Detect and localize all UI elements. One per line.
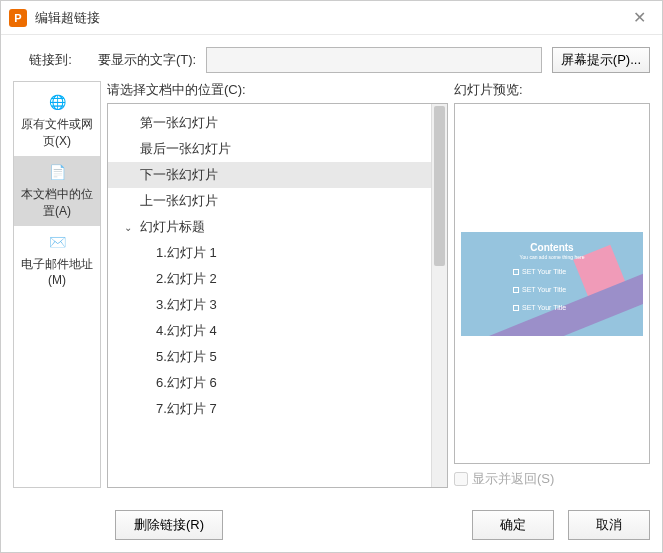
sidebar-icon: ✉️ — [47, 232, 67, 252]
tree-item[interactable]: 第一张幻灯片 — [108, 110, 431, 136]
sidebar-icon: 📄 — [47, 162, 67, 182]
sidebar-icon: 🌐 — [47, 92, 67, 112]
location-column: 请选择文档中的位置(C): 第一张幻灯片最后一张幻灯片下一张幻灯片上一张幻灯片⌄… — [107, 81, 448, 488]
tree-item-label: 最后一张幻灯片 — [140, 141, 231, 156]
titlebar: P 编辑超链接 ✕ — [1, 1, 662, 35]
main-row: 🌐原有文件或网页(X)📄本文档中的位置(A)✉️电子邮件地址(M) 请选择文档中… — [13, 81, 650, 488]
tree-item[interactable]: 上一张幻灯片 — [108, 188, 431, 214]
slide-bullet: SET Your Title — [513, 304, 566, 311]
tree-item[interactable]: 3.幻灯片 3 — [108, 292, 431, 318]
close-icon[interactable]: ✕ — [625, 4, 654, 31]
top-row: 链接到: 要显示的文字(T): 屏幕提示(P)... — [13, 47, 650, 73]
sidebar-item-2[interactable]: ✉️电子邮件地址(M) — [14, 226, 100, 293]
location-label: 请选择文档中的位置(C): — [107, 81, 448, 99]
chevron-down-icon[interactable]: ⌄ — [124, 222, 134, 233]
app-icon: P — [9, 9, 27, 27]
show-return-label: 显示并返回(S) — [472, 470, 554, 488]
preview-label: 幻灯片预览: — [454, 81, 650, 99]
slide-subtitle: You can add some thing here — [461, 254, 643, 260]
tree-item[interactable]: 最后一张幻灯片 — [108, 136, 431, 162]
slide-title: Contents — [461, 242, 643, 253]
sidebar-item-1[interactable]: 📄本文档中的位置(A) — [14, 156, 100, 226]
tree-item[interactable]: 1.幻灯片 1 — [108, 240, 431, 266]
display-text-input[interactable] — [206, 47, 542, 73]
tree-item-label: 3.幻灯片 3 — [156, 297, 217, 312]
link-to-label: 链接到: — [13, 51, 88, 69]
tree-item[interactable]: 4.幻灯片 4 — [108, 318, 431, 344]
tree-item-label: 5.幻灯片 5 — [156, 349, 217, 364]
dialog-content: 链接到: 要显示的文字(T): 屏幕提示(P)... 🌐原有文件或网页(X)📄本… — [1, 35, 662, 500]
tree-item-label: 幻灯片标题 — [140, 219, 205, 234]
tree-item-label: 第一张幻灯片 — [140, 115, 218, 130]
remove-link-button[interactable]: 删除链接(R) — [115, 510, 223, 540]
tree-item[interactable]: 2.幻灯片 2 — [108, 266, 431, 292]
tree-item-label: 下一张幻灯片 — [140, 167, 218, 182]
dialog-title: 编辑超链接 — [35, 9, 625, 27]
tree-item-label: 4.幻灯片 4 — [156, 323, 217, 338]
slide-bullet: SET Your Title — [513, 286, 566, 293]
sidebar-item-label: 电子邮件地址(M) — [18, 256, 96, 287]
tree-item[interactable]: 7.幻灯片 7 — [108, 396, 431, 422]
tree-item-label: 上一张幻灯片 — [140, 193, 218, 208]
show-return-row: 显示并返回(S) — [454, 470, 650, 488]
ok-button[interactable]: 确定 — [472, 510, 554, 540]
scrollbar-thumb[interactable] — [434, 106, 445, 266]
slide-thumbnail: Contents You can add some thing here SET… — [461, 232, 643, 336]
tree-item-label: 2.幻灯片 2 — [156, 271, 217, 286]
show-return-checkbox — [454, 472, 468, 486]
screen-tip-button[interactable]: 屏幕提示(P)... — [552, 47, 650, 73]
tree-item[interactable]: ⌄幻灯片标题 — [108, 214, 431, 240]
tree-item[interactable]: 5.幻灯片 5 — [108, 344, 431, 370]
tree-item-label: 6.幻灯片 6 — [156, 375, 217, 390]
cancel-button[interactable]: 取消 — [568, 510, 650, 540]
tree-item[interactable]: 6.幻灯片 6 — [108, 370, 431, 396]
tree-item[interactable]: 下一张幻灯片 — [108, 162, 431, 188]
edit-hyperlink-dialog: P 编辑超链接 ✕ 链接到: 要显示的文字(T): 屏幕提示(P)... 🌐原有… — [0, 0, 663, 553]
preview-column: 幻灯片预览: Contents You can add some thing h… — [454, 81, 650, 488]
slide-bullet: SET Your Title — [513, 268, 566, 275]
sidebar-item-label: 本文档中的位置(A) — [18, 186, 96, 220]
preview-box: Contents You can add some thing here SET… — [454, 103, 650, 464]
link-type-sidebar: 🌐原有文件或网页(X)📄本文档中的位置(A)✉️电子邮件地址(M) — [13, 81, 101, 488]
sidebar-item-label: 原有文件或网页(X) — [18, 116, 96, 150]
tree-item-label: 1.幻灯片 1 — [156, 245, 217, 260]
location-tree-wrap: 第一张幻灯片最后一张幻灯片下一张幻灯片上一张幻灯片⌄幻灯片标题1.幻灯片 12.… — [107, 103, 448, 488]
display-text-label: 要显示的文字(T): — [98, 51, 196, 69]
tree-item-label: 7.幻灯片 7 — [156, 401, 217, 416]
button-row: 删除链接(R) 确定 取消 — [1, 500, 662, 552]
location-tree[interactable]: 第一张幻灯片最后一张幻灯片下一张幻灯片上一张幻灯片⌄幻灯片标题1.幻灯片 12.… — [108, 104, 431, 487]
scrollbar[interactable] — [431, 104, 447, 487]
sidebar-item-0[interactable]: 🌐原有文件或网页(X) — [14, 86, 100, 156]
